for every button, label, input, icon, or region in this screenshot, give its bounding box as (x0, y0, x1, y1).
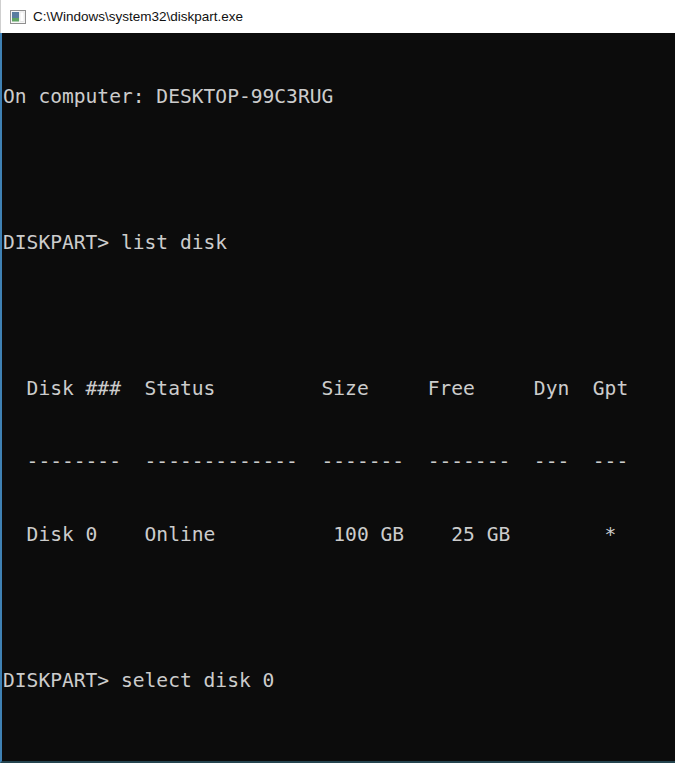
terminal-output[interactable]: On computer: DESKTOP-99C3RUG DISKPART> l… (0, 33, 675, 763)
disk-table-divider: -------- ------------- ------- ------- -… (3, 450, 675, 474)
terminal-line-blank (3, 742, 675, 763)
terminal-line-computer-name: On computer: DESKTOP-99C3RUG (3, 85, 675, 109)
disk-table-header: Disk ### Status Size Free Dyn Gpt (3, 377, 675, 401)
window-title: C:\Windows\system32\diskpart.exe (33, 9, 243, 24)
console-app-icon[interactable] (10, 9, 26, 25)
disk-table-row: Disk 0 Online 100 GB 25 GB * (3, 523, 675, 547)
terminal-line-cmd-select-disk: DISKPART> select disk 0 (3, 669, 675, 693)
terminal-line-blank (3, 596, 675, 620)
terminal-line-blank (3, 158, 675, 182)
title-bar[interactable]: C:\Windows\system32\diskpart.exe (0, 0, 675, 33)
terminal-line-cmd-list-disk: DISKPART> list disk (3, 231, 675, 255)
diskpart-console-window: C:\Windows\system32\diskpart.exe On comp… (0, 0, 675, 763)
terminal-line-blank (3, 304, 675, 328)
